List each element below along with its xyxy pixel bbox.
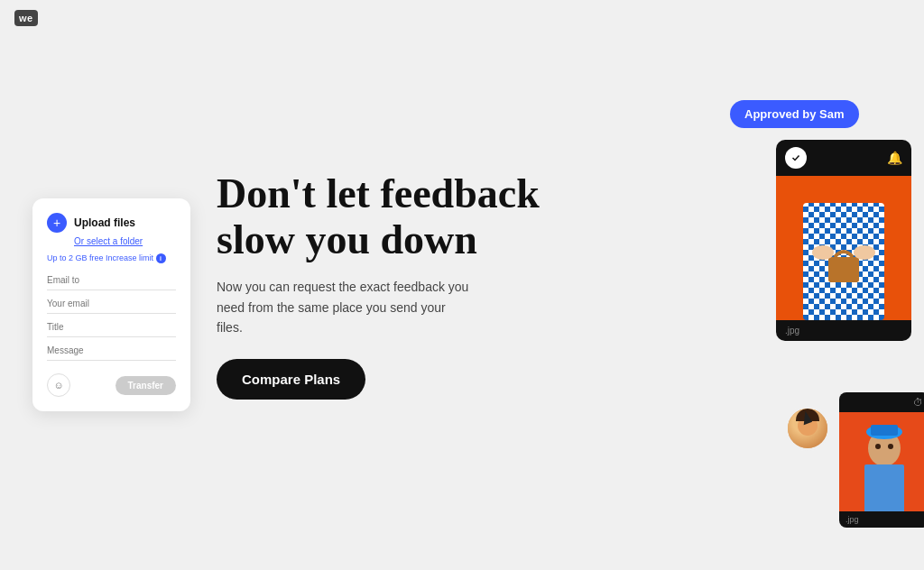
upload-card: + Upload files Or select a folder Up to …: [32, 198, 190, 411]
subheadline: Now you can request the exact feedback y…: [217, 277, 469, 337]
approved-bubble: Approved by Sam: [730, 100, 859, 128]
svg-point-11: [875, 444, 881, 449]
logo-text: we: [14, 10, 38, 26]
card-secondary-image: [839, 412, 924, 511]
clock-icon: ⏱: [913, 397, 923, 408]
email-to-field[interactable]: [47, 271, 176, 290]
headline-section: Don't let feedback slow you down Now you…: [217, 171, 578, 400]
info-icon[interactable]: i: [156, 253, 166, 263]
your-email-field[interactable]: [47, 294, 176, 314]
card-secondary-label: .jpg: [839, 511, 924, 528]
svg-point-7: [854, 245, 875, 260]
increase-limit-link[interactable]: Increase limit: [106, 253, 153, 262]
emoji-button[interactable]: ☺: [47, 373, 70, 397]
title-field[interactable]: [47, 317, 176, 337]
svg-point-12: [888, 444, 893, 449]
headline: Don't let feedback slow you down: [217, 171, 578, 262]
card-main-label: .jpg: [776, 320, 911, 341]
upload-plus-icon: +: [47, 213, 67, 233]
card-secondary: ⏱ .jpg: [839, 392, 924, 528]
card-secondary-top: ⏱: [839, 392, 924, 412]
upload-limit: Up to 2 GB free Increase limit i: [47, 253, 176, 263]
top-bar: we: [0, 0, 924, 36]
logo: we: [14, 10, 38, 26]
headline-line1: Don't let feedback: [217, 171, 578, 217]
bell-icon: 🔔: [887, 151, 902, 165]
card-main: 🔔: [776, 140, 911, 341]
upload-header: + Upload files: [47, 213, 176, 233]
svg-rect-10: [864, 464, 904, 511]
svg-rect-5: [828, 257, 859, 282]
headline-line2: slow you down: [217, 217, 578, 263]
check-circle-icon: [785, 147, 807, 169]
upload-title: Upload files: [74, 216, 135, 229]
upload-subtitle[interactable]: Or select a folder: [74, 236, 176, 246]
upload-actions: ☺ Transfer: [47, 373, 176, 397]
svg-point-6: [812, 245, 834, 260]
card-main-top: 🔔: [776, 140, 911, 176]
svg-rect-14: [871, 425, 898, 436]
transfer-button[interactable]: Transfer: [116, 376, 176, 395]
card-fashion-image: [776, 176, 911, 320]
message-field[interactable]: [47, 341, 176, 361]
compare-plans-button[interactable]: Compare Plans: [217, 359, 365, 400]
